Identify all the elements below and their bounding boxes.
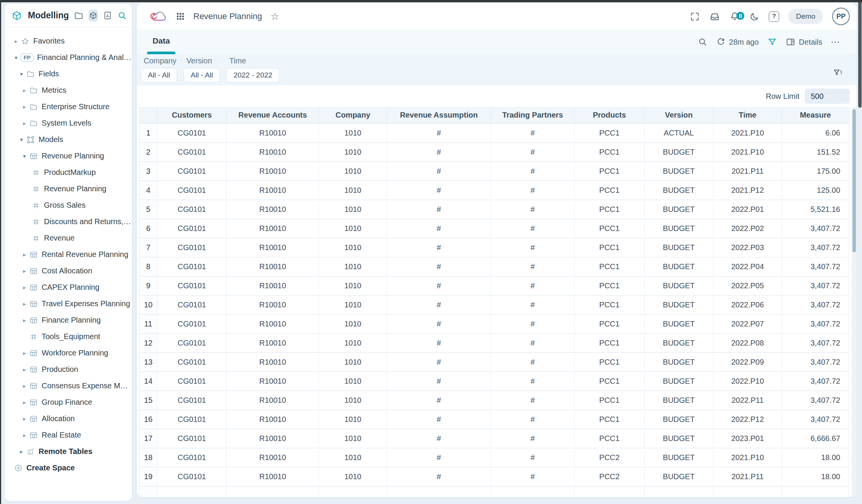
collapse-arrow-icon[interactable]: ▾ (17, 71, 26, 78)
expand-arrow-icon[interactable]: ▸ (20, 317, 29, 324)
tree-item-discounts-and-returns-c[interactable]: Discounts and Returns, C… (5, 213, 132, 230)
column-header-time[interactable]: Time (713, 107, 782, 124)
tree-item-financial-planning-analysis[interactable]: ▾FPFinancial Planning & Analysis (5, 49, 132, 66)
table-row[interactable]: 16CG0101R100101010##PCC1BUDGET2022.P123,… (139, 410, 849, 429)
search-icon[interactable] (117, 10, 127, 21)
tree-item-rental-revenue-planning[interactable]: ▸Rental Revenue Planning (5, 246, 132, 263)
tree-item-real-estate[interactable]: ▸Real Estate (5, 427, 132, 443)
favorite-star-icon[interactable]: ☆ (271, 11, 279, 21)
tree-item-gross-sales[interactable]: Gross Sales (5, 197, 132, 213)
help-icon[interactable]: ? (769, 11, 779, 22)
table-row[interactable]: 14CG0101R100101010##PCC1BUDGET2022.P103,… (139, 372, 849, 391)
expand-arrow-icon[interactable]: ▸ (20, 120, 29, 127)
expand-arrow-icon[interactable]: ▸ (20, 103, 29, 110)
create-space-button[interactable]: Create Space (5, 460, 132, 476)
fullscreen-icon[interactable] (690, 11, 700, 22)
filter-funnel-icon[interactable] (767, 37, 777, 47)
report-icon[interactable] (103, 10, 112, 21)
collapse-arrow-icon[interactable]: ▾ (20, 153, 29, 160)
column-header-revenue-assumption[interactable]: Revenue Assumption (387, 107, 491, 124)
expand-arrow-icon[interactable]: ▸ (20, 284, 29, 291)
tree-item-consensus-expense-mo[interactable]: ▸Consensus Expense Mo… (5, 378, 132, 394)
table-row[interactable]: 17CG0101R100101010##PCC1BUDGET2023.P016,… (139, 429, 849, 448)
table-row[interactable]: 13CG0101R100101010##PCC1BUDGET2022.P093,… (139, 353, 849, 372)
table-row[interactable]: 9CG0101R100101010##PCC1BUDGET2022.P053,4… (139, 276, 849, 296)
expand-arrow-icon[interactable]: ▸ (20, 350, 29, 357)
filter-value-pill[interactable]: All - All (183, 68, 220, 82)
tree-item-metrics[interactable]: ▸Metrics (5, 82, 132, 99)
tree-item-capex-planning[interactable]: ▸CAPEX Planning (5, 279, 132, 296)
table-row[interactable]: 1CG0101R100101010##PCC1ACTUAL2021.P106.0… (139, 124, 849, 143)
expand-arrow-icon[interactable]: ▸ (20, 399, 29, 406)
expand-arrow-icon[interactable]: ▸ (20, 366, 29, 373)
tree-item-travel-expenses-planning[interactable]: ▸Travel Expenses Planning (5, 296, 132, 312)
tree-item-tools-equipment[interactable]: Tools_Equipment (5, 328, 132, 345)
expand-arrow-icon[interactable]: ▸ (17, 448, 26, 455)
folder-browser-icon[interactable] (74, 10, 84, 21)
tree-item-enterprise-structure[interactable]: ▸Enterprise Structure (5, 99, 132, 115)
table-row[interactable]: 15CG0101R100101010##PCC1BUDGET2022.P113,… (139, 391, 849, 410)
table-row[interactable]: 5CG0101R100101010##PCC1BUDGET2022.P015,5… (139, 200, 849, 219)
table-row[interactable]: 10CG0101R100101010##PCC1BUDGET2022.P063,… (139, 296, 849, 315)
column-header-measure[interactable]: Measure (782, 107, 849, 124)
tree-item-favorites[interactable]: ▸Favorites (5, 33, 132, 49)
table-scrollbar-thumb[interactable] (852, 109, 856, 252)
tree-item-models[interactable]: ▾Models (5, 131, 132, 148)
page-scrollbar-thumb[interactable] (858, 2, 862, 108)
row-limit-input[interactable] (805, 89, 850, 104)
filter-settings-icon[interactable] (833, 68, 843, 78)
tree-item-allocation[interactable]: ▸Allocation (5, 410, 132, 427)
table-scrollbar-track[interactable] (852, 107, 857, 497)
table-row[interactable]: 19CG0101R100101010##PCC2BUDGET2021.P1118… (139, 467, 849, 486)
tree-item-system-levels[interactable]: ▸System Levels (5, 115, 132, 131)
expand-arrow-icon[interactable]: ▸ (20, 383, 29, 389)
tab-data[interactable]: Data (147, 30, 175, 52)
tree-item-production[interactable]: ▸Production (5, 361, 132, 378)
table-row[interactable]: 4CG0101R100101010##PCC1BUDGET2021.P12125… (139, 181, 849, 200)
table-row[interactable]: 7CG0101R100101010##PCC1BUDGET2022.P033,4… (139, 238, 849, 257)
tree-item-productmarkup[interactable]: ProductMarkup (5, 164, 132, 181)
inbox-icon[interactable] (709, 11, 720, 22)
expand-arrow-icon[interactable]: ▸ (20, 432, 29, 439)
column-header-customers[interactable]: Customers (157, 107, 227, 124)
table-row[interactable]: 2CG0101R100101010##PCC1BUDGET2021.P10151… (139, 143, 849, 162)
tree-item-revenue-planning[interactable]: Revenue Planning (5, 181, 132, 197)
app-launcher-icon[interactable] (176, 12, 185, 21)
filter-value-pill[interactable]: 2022 - 2022 (226, 68, 279, 82)
collapse-arrow-icon[interactable]: ▾ (17, 136, 26, 143)
models-view-icon[interactable] (89, 10, 98, 22)
table-row[interactable]: 18CG0101R100101010##PCC2BUDGET2021.P1018… (139, 448, 849, 467)
expand-arrow-icon[interactable]: ▸ (20, 268, 29, 275)
details-toggle[interactable]: Details (786, 37, 822, 47)
dark-mode-icon[interactable] (749, 11, 760, 22)
table-row[interactable]: 11CG0101R100101010##PCC1BUDGET2022.P073,… (139, 315, 849, 334)
tree-item-group-finance[interactable]: ▸Group Finance (5, 394, 132, 410)
column-header-revenue-accounts[interactable]: Revenue Accounts (227, 107, 319, 124)
tree-item-revenue[interactable]: Revenue (5, 230, 132, 246)
notifications-bell-icon[interactable]: 0 (729, 11, 740, 22)
expand-arrow-icon[interactable]: ▸ (20, 87, 29, 94)
expand-arrow-icon[interactable]: ▸ (20, 251, 29, 258)
table-row[interactable]: 12CG0101R100101010##PCC1BUDGET2022.P083,… (139, 334, 849, 353)
expand-arrow-icon[interactable]: ▸ (11, 38, 21, 45)
collapse-arrow-icon[interactable]: ▾ (11, 54, 21, 61)
expand-arrow-icon[interactable]: ▸ (20, 415, 29, 422)
tree-item-workforce-planning[interactable]: ▸Workforce Planning (5, 345, 132, 361)
demo-badge[interactable]: Demo (788, 9, 823, 24)
table-row[interactable]: 6CG0101R100101010##PCC1BUDGET2022.P023,4… (139, 219, 849, 238)
tree-item-cost-allocation[interactable]: ▸Cost Allocation (5, 263, 132, 279)
tree-item-remote-tables[interactable]: ▸Remote Tables (5, 443, 132, 460)
tree-item-finance-planning[interactable]: ▸Finance Planning (5, 312, 132, 328)
column-header-company[interactable]: Company (319, 107, 387, 124)
more-options-icon[interactable]: ⋯ (831, 37, 841, 47)
table-row[interactable]: 3CG0101R100101010##PCC1BUDGET2021.P11175… (139, 162, 849, 181)
table-search-icon[interactable] (698, 37, 708, 47)
column-header-products[interactable]: Products (575, 107, 645, 124)
table-row[interactable]: 8CG0101R100101010##PCC1BUDGET2022.P043,4… (139, 257, 849, 276)
column-header-trading-partners[interactable]: Trading Partners (491, 107, 575, 124)
column-header-version[interactable]: Version (645, 107, 713, 124)
tree-item-revenue-planning[interactable]: ▾Revenue Planning (5, 148, 132, 164)
tree-item-fields[interactable]: ▾Fields (5, 66, 132, 82)
user-avatar[interactable]: PP (832, 8, 850, 25)
refresh-control[interactable]: 28m ago (716, 37, 759, 47)
